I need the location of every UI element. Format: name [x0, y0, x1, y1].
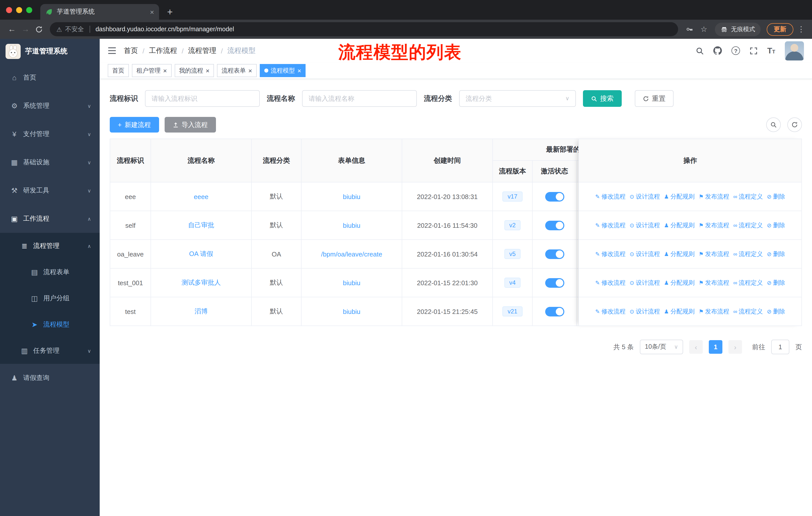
font-size-icon[interactable]: TT — [767, 47, 775, 55]
reset-button[interactable]: 重置 — [635, 90, 673, 107]
action-publish[interactable]: ⚑发布流程 — [698, 278, 729, 287]
action-assign-rule[interactable]: ♟分配规则 — [664, 307, 695, 316]
breadcrumb-item[interactable]: 流程管理 — [188, 46, 216, 55]
next-page-button[interactable]: › — [728, 340, 742, 354]
prev-page-button[interactable]: ‹ — [689, 340, 703, 354]
update-button[interactable]: 更新 — [767, 23, 793, 35]
process-name-link[interactable]: 测试多审批人 — [181, 279, 221, 286]
user-avatar[interactable] — [785, 41, 804, 60]
form-link[interactable]: biubiu — [343, 221, 360, 229]
refresh-table-button[interactable] — [787, 117, 802, 132]
form-link[interactable]: biubiu — [343, 279, 360, 287]
action-definition[interactable]: ∞流程定义 — [733, 192, 763, 201]
github-icon[interactable] — [713, 46, 722, 55]
process-name-link[interactable]: 滔博 — [195, 307, 208, 315]
action-design[interactable]: ⊙设计流程 — [630, 278, 660, 287]
action-publish[interactable]: ⚑发布流程 — [698, 192, 729, 201]
sidebar-item-infrastructure[interactable]: ▦基础设施∨ — [0, 148, 100, 176]
action-design[interactable]: ⊙设计流程 — [630, 307, 660, 316]
tag-close-icon[interactable]: × — [206, 67, 209, 74]
window-minimize-button[interactable] — [16, 7, 22, 13]
reload-button[interactable] — [32, 22, 46, 36]
action-delete[interactable]: ⊘删除 — [767, 250, 785, 258]
action-edit[interactable]: ✎修改流程 — [595, 221, 626, 229]
page-size-select[interactable]: 10条/页 ∨ — [640, 340, 683, 354]
action-definition[interactable]: ∞流程定义 — [733, 307, 763, 316]
action-delete[interactable]: ⊘删除 — [767, 221, 785, 229]
nav-tag[interactable]: 流程表单× — [217, 64, 257, 77]
breadcrumb-item[interactable]: 工作流程 — [149, 46, 177, 55]
action-publish[interactable]: ⚑发布流程 — [698, 221, 729, 229]
nav-tag[interactable]: 首页 — [108, 64, 129, 77]
action-assign-rule[interactable]: ♟分配规则 — [664, 221, 695, 229]
help-icon[interactable]: ? — [731, 46, 740, 55]
sidebar-item-process-model[interactable]: ➤流程模型 — [0, 311, 100, 337]
action-delete[interactable]: ⊘删除 — [767, 278, 785, 287]
toggle-search-button[interactable] — [766, 117, 781, 132]
sidebar-item-home[interactable]: ⌂首页 — [0, 63, 100, 92]
action-edit[interactable]: ✎修改流程 — [595, 192, 626, 201]
sidebar-item-leave-query[interactable]: ♟请假查询 — [0, 364, 100, 392]
new-tab-button[interactable]: + — [167, 4, 173, 20]
action-definition[interactable]: ∞流程定义 — [733, 221, 763, 229]
tab-close-icon[interactable]: × — [150, 8, 154, 16]
action-definition[interactable]: ∞流程定义 — [733, 278, 763, 287]
action-assign-rule[interactable]: ♟分配规则 — [664, 278, 695, 287]
form-link[interactable]: biubiu — [343, 308, 360, 315]
browser-tab[interactable]: 芋道管理系统 × — [40, 4, 159, 20]
forward-button[interactable]: → — [19, 22, 32, 36]
address-field[interactable]: ⚠ 不安全 dashboard.yudao.iocoder.cn/bpm/man… — [50, 22, 678, 36]
nav-tag[interactable]: 我的流程× — [174, 64, 214, 77]
action-design[interactable]: ⊙设计流程 — [630, 221, 660, 229]
sidebar-item-user-group[interactable]: ◫用户分组 — [0, 285, 100, 311]
sidebar-item-task-management[interactable]: ▥任务管理∨ — [0, 337, 100, 364]
active-toggle[interactable] — [545, 278, 564, 288]
window-close-button[interactable] — [6, 7, 12, 13]
process-name-input[interactable] — [302, 90, 417, 107]
active-toggle[interactable] — [545, 249, 564, 259]
process-name-link[interactable]: 自己审批 — [188, 221, 214, 229]
process-category-select[interactable]: 流程分类 ∨ — [459, 90, 576, 107]
fullscreen-icon[interactable] — [750, 47, 758, 55]
sidebar-item-system-management[interactable]: ⚙系统管理∨ — [0, 92, 100, 120]
sidebar-item-process-form[interactable]: ▤流程表单 — [0, 259, 100, 285]
form-link[interactable]: /bpm/oa/leave/create — [321, 250, 382, 258]
tag-close-icon[interactable]: × — [248, 67, 252, 74]
import-process-button[interactable]: 导入流程 — [164, 117, 216, 133]
action-delete[interactable]: ⊘删除 — [767, 192, 785, 201]
action-delete[interactable]: ⊘删除 — [767, 307, 785, 316]
sidebar-item-devtools[interactable]: ⚒研发工具∨ — [0, 176, 100, 205]
action-publish[interactable]: ⚑发布流程 — [698, 307, 729, 316]
tag-close-icon[interactable]: × — [163, 67, 167, 74]
action-edit[interactable]: ✎修改流程 — [595, 278, 626, 287]
sidebar-toggle-icon[interactable] — [108, 47, 116, 54]
active-toggle[interactable] — [545, 307, 564, 316]
tag-close-icon[interactable]: × — [297, 67, 301, 74]
page-1-button[interactable]: 1 — [709, 340, 722, 354]
sidebar-item-payment-management[interactable]: ¥支付管理∨ — [0, 120, 100, 148]
browser-menu-icon[interactable]: ⋮ — [798, 25, 805, 34]
create-process-button[interactable]: + 新建流程 — [110, 117, 159, 133]
bookmark-star-icon[interactable]: ☆ — [700, 25, 707, 34]
action-assign-rule[interactable]: ♟分配规则 — [664, 192, 695, 201]
back-button[interactable]: ← — [5, 22, 19, 36]
goto-page-input[interactable] — [771, 340, 789, 354]
action-edit[interactable]: ✎修改流程 — [595, 307, 626, 316]
action-definition[interactable]: ∞流程定义 — [733, 250, 763, 258]
process-key-input[interactable] — [145, 90, 260, 107]
process-name-link[interactable]: OA 请假 — [189, 250, 213, 257]
form-link[interactable]: biubiu — [343, 193, 360, 200]
nav-tag[interactable]: 租户管理× — [132, 64, 171, 77]
active-toggle[interactable] — [545, 220, 564, 230]
process-name-link[interactable]: eeee — [194, 193, 208, 200]
sidebar-item-process-management[interactable]: ≣流程管理∧ — [0, 233, 100, 259]
action-edit[interactable]: ✎修改流程 — [595, 250, 626, 258]
breadcrumb-item[interactable]: 首页 — [124, 46, 138, 55]
search-button[interactable]: 搜索 — [583, 90, 622, 107]
sidebar-item-workflow[interactable]: ▣工作流程∧ — [0, 205, 100, 233]
active-toggle[interactable] — [545, 192, 564, 201]
search-icon[interactable] — [696, 47, 704, 55]
action-assign-rule[interactable]: ♟分配规则 — [664, 250, 695, 258]
action-design[interactable]: ⊙设计流程 — [630, 192, 660, 201]
nav-tag[interactable]: 流程模型× — [260, 64, 306, 77]
